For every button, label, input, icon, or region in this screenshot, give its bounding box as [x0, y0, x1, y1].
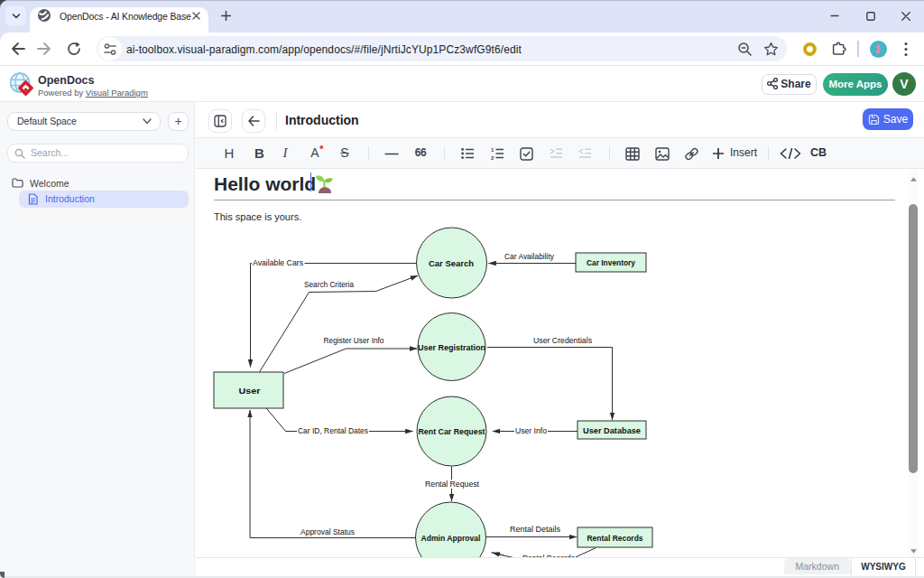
svg-text:Car Search: Car Search [429, 258, 474, 268]
svg-text:Approval Status: Approval Status [300, 527, 355, 536]
svg-text:Rental Records: Rental Records [587, 533, 643, 543]
svg-text:Admin Approval: Admin Approval [421, 533, 481, 543]
svg-text:2: 2 [491, 155, 494, 161]
svg-text:User Database: User Database [583, 425, 641, 435]
svg-text:Car Inventory: Car Inventory [587, 257, 636, 267]
svg-text:User Credentials: User Credentials [533, 336, 592, 345]
svg-text:User Info: User Info [515, 426, 547, 435]
svg-text:User Registration: User Registration [418, 342, 485, 352]
svg-text:Rental Details: Rental Details [510, 525, 560, 534]
svg-text:Car ID, Rental Dates: Car ID, Rental Dates [298, 426, 368, 435]
svg-text:User: User [239, 386, 261, 396]
svg-text:Search Criteria: Search Criteria [304, 280, 354, 289]
svg-text:Car Availability: Car Availability [504, 252, 554, 261]
svg-text:Rent Car Request: Rent Car Request [419, 426, 486, 436]
svg-text:1: 1 [491, 147, 494, 153]
svg-text:Available Cars: Available Cars [253, 258, 303, 267]
svg-text:Register User Info: Register User Info [324, 336, 384, 345]
svg-text:Rental Request: Rental Request [425, 480, 479, 489]
